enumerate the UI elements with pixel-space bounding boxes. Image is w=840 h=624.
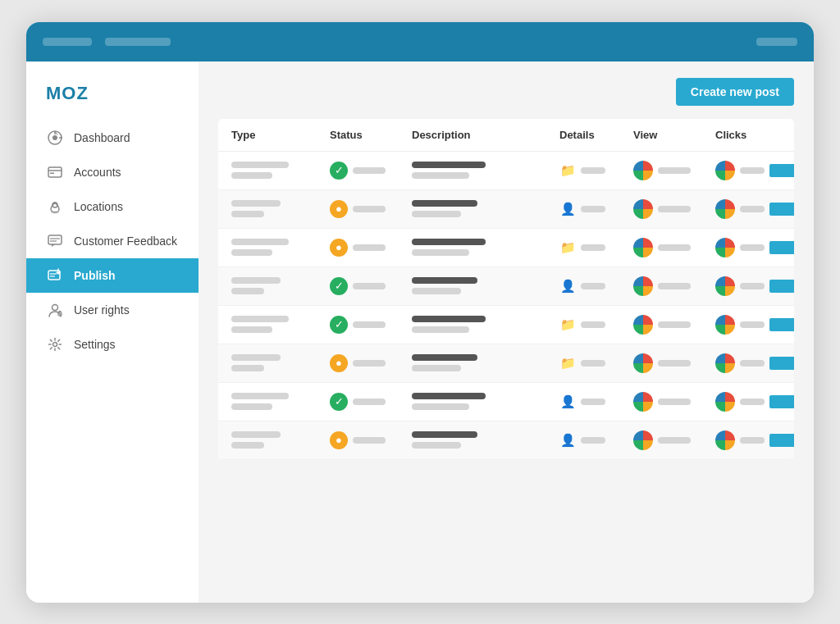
logo-area: MOZ — [26, 75, 199, 121]
pie-chart — [633, 392, 653, 412]
pie-chart-clicks — [715, 430, 735, 450]
svg-rect-10 — [48, 235, 62, 244]
details-cell: 📁 — [559, 162, 633, 179]
clicks-cell — [715, 392, 794, 412]
settings-icon — [46, 335, 64, 353]
col-status: Status — [330, 129, 412, 141]
type-cell — [231, 431, 330, 449]
content-area: MOZ Dashboard — [26, 61, 814, 603]
click-bar-blue — [769, 241, 794, 254]
sidebar-item-settings[interactable]: Settings — [26, 327, 199, 362]
table-row: ✓ 📁 — [218, 152, 794, 190]
type-cell — [231, 277, 330, 294]
status-cell: ✓ — [330, 316, 412, 334]
person-icon: 👤 — [559, 432, 576, 449]
sidebar-item-user-rights-label: User rights — [74, 303, 130, 317]
sidebar-item-accounts[interactable]: Accounts — [26, 155, 199, 189]
clicks-cell — [715, 353, 794, 373]
pie-chart — [633, 199, 653, 219]
pie-chart — [633, 430, 653, 450]
type-cell — [231, 200, 330, 217]
clicks-cell — [715, 315, 794, 335]
svg-point-18 — [53, 342, 57, 346]
click-bar-blue — [769, 164, 794, 177]
table-row: ● 📁 — [218, 344, 794, 383]
description-cell — [412, 200, 559, 217]
person-icon: 👤 — [559, 201, 576, 217]
svg-point-1 — [52, 135, 57, 140]
pie-chart-clicks — [715, 161, 735, 180]
data-table: Type Status Description Details View Cli… — [218, 119, 794, 460]
logo: MOZ — [46, 83, 89, 103]
details-cell: 👤 — [559, 394, 633, 410]
folder-icon: 📁 — [559, 317, 576, 333]
clicks-cell — [715, 199, 794, 219]
details-cell: 👤 — [559, 432, 633, 449]
app-window: MOZ Dashboard — [26, 22, 814, 603]
sidebar-item-feedback[interactable]: Customer Feedback — [26, 224, 199, 258]
view-cell — [633, 276, 715, 296]
pie-chart-clicks — [715, 276, 735, 296]
clicks-cell — [715, 161, 794, 180]
table-row: ✓ 👤 — [218, 267, 794, 306]
table-header: Type Status Description Details View Cli… — [218, 119, 794, 152]
col-view: View — [633, 129, 715, 141]
sidebar-item-dashboard-label: Dashboard — [74, 131, 130, 144]
sidebar-item-publish-label: Publish — [74, 269, 116, 282]
svg-point-16 — [52, 304, 58, 310]
status-cell: ✓ — [330, 162, 412, 180]
status-cell: ● — [330, 431, 412, 449]
view-cell — [633, 392, 715, 412]
status-green-icon: ✓ — [330, 393, 348, 411]
svg-rect-7 — [50, 172, 54, 174]
person-icon: 👤 — [559, 278, 576, 294]
view-cell — [633, 199, 715, 219]
sidebar-item-user-rights[interactable]: User rights — [26, 293, 199, 327]
sidebar-item-publish[interactable]: Publish — [26, 258, 199, 293]
description-cell — [412, 431, 559, 449]
type-cell — [231, 393, 330, 410]
nav-pill-3 — [756, 38, 797, 46]
description-cell — [412, 239, 559, 256]
details-cell: 📁 — [559, 239, 633, 256]
table-row: ● 📁 — [218, 229, 794, 267]
details-cell: 📁 — [559, 355, 633, 371]
pie-chart — [633, 161, 653, 180]
col-type: Type — [231, 129, 330, 141]
click-bar-blue — [769, 280, 794, 293]
sidebar: MOZ Dashboard — [26, 61, 199, 603]
nav-pill-1 — [43, 38, 92, 46]
view-cell — [633, 238, 715, 257]
type-cell — [231, 162, 330, 179]
status-cell: ● — [330, 354, 412, 372]
description-cell — [412, 277, 559, 294]
create-new-post-button[interactable]: Create new post — [676, 78, 794, 106]
description-cell — [412, 162, 559, 179]
col-description: Description — [412, 129, 559, 141]
view-cell — [633, 315, 715, 335]
status-cell: ● — [330, 239, 412, 257]
sidebar-item-locations[interactable]: Locations — [26, 189, 199, 224]
table-row: ● 👤 — [218, 190, 794, 229]
status-cell: ✓ — [330, 393, 412, 411]
svg-rect-5 — [48, 167, 62, 177]
status-yellow-icon: ● — [330, 239, 348, 257]
dashboard-icon — [46, 129, 64, 147]
sidebar-item-dashboard[interactable]: Dashboard — [26, 121, 199, 155]
top-nav-bar — [26, 22, 814, 61]
description-cell — [412, 316, 559, 333]
sidebar-item-feedback-label: Customer Feedback — [74, 235, 177, 248]
pie-chart — [633, 238, 653, 257]
publish-icon — [46, 266, 64, 285]
description-cell — [412, 393, 559, 410]
status-green-icon: ✓ — [330, 277, 348, 295]
details-cell: 📁 — [559, 317, 633, 333]
view-cell — [633, 161, 715, 180]
details-cell: 👤 — [559, 278, 633, 294]
clicks-cell — [715, 276, 794, 296]
click-bar-blue — [769, 318, 794, 331]
col-clicks: Clicks — [715, 129, 794, 141]
status-cell: ● — [330, 200, 412, 218]
status-yellow-icon: ● — [330, 200, 348, 218]
click-bar-blue — [769, 203, 794, 216]
